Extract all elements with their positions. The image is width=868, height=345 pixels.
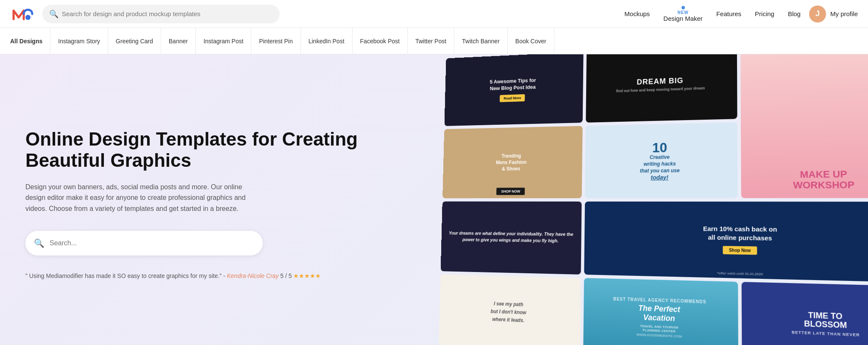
card-path[interactable]: I see my pathbut I don't knowwhere it le… (439, 274, 581, 345)
card-makeup[interactable]: MAKE UPWORKSHOP (740, 54, 868, 198)
sub-nav-instagram-post[interactable]: Instagram Post (196, 28, 251, 54)
card-fashion[interactable]: TrendingMens Fashion& Shoes SHOP NOW (442, 126, 582, 198)
new-label: NEW (677, 10, 688, 15)
card-writing-hacks[interactable]: 10 Creativewriting hacksthat you can use… (585, 122, 738, 198)
card-dream-big[interactable]: DREAM BIG find out how and keep moving t… (586, 54, 737, 123)
hero-search-icon: 🔍 (34, 238, 45, 248)
sub-nav-facebook-post[interactable]: Facebook Post (353, 28, 408, 54)
card-vacation[interactable]: BEST TRAVEL AGENCY RECOMMENDS The Perfec… (583, 278, 739, 345)
sub-nav-linkedin-post[interactable]: LinkedIn Post (301, 28, 353, 54)
header: 🔍 Mockups NEW Design Maker Features Pric… (0, 0, 868, 28)
hero-search-bar[interactable]: 🔍 (25, 231, 263, 255)
sub-nav-pinterest-pin[interactable]: Pinterest Pin (251, 28, 300, 54)
sub-nav-greeting-card[interactable]: Greeting Card (108, 28, 161, 54)
card-cashback[interactable]: Earn 10% cash back onall online purchase… (584, 201, 868, 282)
sub-nav-book-cover[interactable]: Book Cover (508, 28, 554, 54)
card-blog[interactable]: 5 Awesome Tips forNew Blog Post Idea Rea… (444, 54, 583, 126)
testimonial-rating: 5 / 5 (280, 272, 292, 279)
hero-section: Online Design Templates for Creating Bea… (0, 54, 868, 345)
nav-pricing[interactable]: Pricing (755, 10, 774, 17)
hero-title: Online Design Templates for Creating Bea… (25, 129, 409, 171)
avatar: J (809, 6, 826, 22)
sub-nav-all-designs[interactable]: All Designs (10, 28, 50, 54)
testimonial-author: Kendra-Nicole Cray (227, 272, 278, 279)
card-blossom[interactable]: TIME TOBLOSSOM BETTER LATE THAN NEVER (742, 282, 868, 345)
svg-point-0 (25, 15, 31, 20)
sub-nav-twitter-post[interactable]: Twitter Post (408, 28, 454, 54)
search-input[interactable] (62, 10, 273, 17)
nav-design-maker[interactable]: Design Maker (663, 15, 703, 22)
profile-area[interactable]: J My profile (809, 6, 858, 22)
testimonial: " Using Mediamodifier has made it SO eas… (25, 272, 409, 279)
card-quote[interactable]: Your dreams are what define your individ… (441, 201, 582, 274)
hero-left: Online Design Templates for Creating Bea… (0, 54, 434, 345)
nav-blog[interactable]: Blog (788, 10, 801, 17)
search-icon: 🔍 (49, 9, 58, 19)
hero-description: Design your own banners, ads, social med… (25, 182, 246, 214)
search-bar[interactable]: 🔍 (42, 5, 280, 23)
testimonial-quote: " Using Mediamodifier has made it SO eas… (25, 272, 225, 279)
nav-mockups[interactable]: Mockups (624, 10, 650, 17)
sub-nav-instagram-story[interactable]: Instagram Story (50, 28, 108, 54)
nav-links: Mockups NEW Design Maker Features Pricin… (624, 6, 801, 22)
sub-nav: All Designs Instagram Story Greeting Car… (0, 28, 868, 54)
my-profile-label: My profile (830, 10, 858, 17)
new-dot (682, 6, 685, 9)
template-mosaic: 5 Awesome Tips forNew Blog Post Idea Rea… (439, 54, 868, 345)
logo[interactable] (10, 6, 34, 22)
hero-search-input[interactable] (50, 239, 254, 247)
hero-right: 5 Awesome Tips forNew Blog Post Idea Rea… (434, 54, 868, 345)
design-maker-nav[interactable]: NEW Design Maker (663, 6, 703, 22)
sub-nav-twitch-banner[interactable]: Twitch Banner (454, 28, 508, 54)
nav-features[interactable]: Features (716, 10, 741, 17)
sub-nav-banner[interactable]: Banner (161, 28, 196, 54)
testimonial-stars: ★★★★★ (293, 272, 321, 279)
